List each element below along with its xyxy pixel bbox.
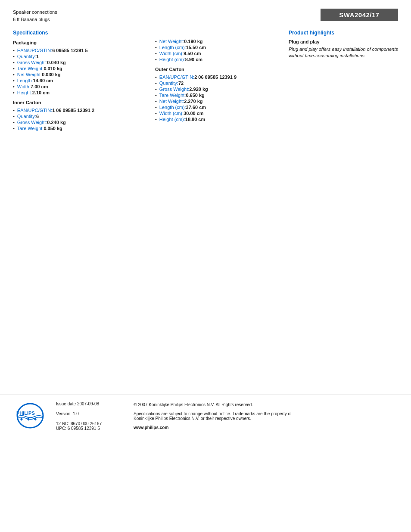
- outer-carton-title: Outer Carton: [155, 67, 280, 72]
- highlight-desc: Plug and play offers easy installation o…: [289, 46, 398, 59]
- packaging-title: Packaging: [13, 40, 146, 45]
- spec-label: EAN/UPC/GTIN:: [159, 75, 194, 80]
- upc-label: UPC: 6 09585 12391 5: [56, 426, 125, 431]
- product-highlights-title: Product highlights: [289, 30, 398, 36]
- spec-value: 2.10 cm: [32, 90, 50, 95]
- philips-logo: PHILIPS ✦ ✦ ✦: [13, 403, 47, 429]
- spec-value: 1: [36, 54, 39, 59]
- copyright-text: © 2007 Koninklijke Philips Electronics N…: [134, 402, 297, 407]
- spec-value: 15.50 cm: [186, 45, 206, 50]
- spec-label: Length (cm):: [159, 45, 186, 50]
- spec-label: EAN/UPC/GTIN:: [17, 48, 52, 53]
- spec-value: 0.240 kg: [47, 120, 65, 125]
- highlight-title: Plug and play: [289, 39, 398, 44]
- spec-value: 72: [178, 81, 184, 86]
- spec-label: Length:: [17, 78, 33, 83]
- list-item: Height (cm): 8.90 cm: [155, 56, 280, 62]
- spec-label: Quantity:: [17, 54, 36, 59]
- list-item: Net Weight: 0.190 kg: [155, 38, 280, 44]
- version: Version: 1.0: [56, 411, 125, 416]
- spec-value: 2.270 kg: [184, 99, 202, 104]
- spec-label: EAN/UPC/GTIN:: [17, 108, 52, 113]
- spec-label: Net Weight:: [17, 72, 42, 77]
- list-item: Length: 14.60 cm: [13, 78, 146, 84]
- list-item: Gross Weight: 0.240 kg: [13, 119, 146, 125]
- list-item: EAN/UPC/GTIN: 1 06 09585 12391 2: [13, 107, 146, 113]
- spec-value: 0.040 kg: [47, 60, 65, 65]
- banana-plugs-label: 6 ft Banana plugs: [13, 16, 57, 23]
- list-item: Gross Weight: 0.040 kg: [13, 59, 146, 65]
- list-item: Height: 2.10 cm: [13, 90, 146, 96]
- spec-label: Width (cm):: [159, 51, 184, 56]
- inner-carton-list: EAN/UPC/GTIN: 1 06 09585 12391 2Quantity…: [13, 107, 146, 131]
- list-item: Gross Weight: 2.920 kg: [155, 86, 280, 92]
- spec-label: Gross Weight:: [17, 120, 47, 125]
- list-item: EAN/UPC/GTIN: 2 06 09585 12391 9: [155, 74, 280, 80]
- list-item: Width (cm): 9.50 cm: [155, 50, 280, 56]
- list-item: Quantity: 1: [13, 53, 146, 59]
- list-item: Length (cm): 37.60 cm: [155, 104, 280, 110]
- list-item: Tare Weight: 0.650 kg: [155, 92, 280, 98]
- list-item: Net Weight: 2.270 kg: [155, 98, 280, 104]
- spec-label: Width:: [17, 84, 31, 89]
- spec-label: Quantity:: [159, 81, 178, 86]
- spec-value: 2 06 09585 12391 9: [194, 75, 237, 80]
- svg-text:PHILIPS: PHILIPS: [16, 411, 35, 416]
- list-item: Width (cm): 30.00 cm: [155, 110, 280, 116]
- mid-packaging-list: Net Weight: 0.190 kgLength (cm): 15.50 c…: [155, 38, 280, 62]
- spec-value: 8.90 cm: [185, 57, 202, 62]
- disclaimer-text: Specifications are subject to change wit…: [134, 411, 297, 421]
- spec-value: 6 09585 12391 5: [52, 48, 88, 53]
- spec-value: 0.030 kg: [42, 72, 60, 77]
- spec-label: Tare Weight:: [17, 66, 44, 71]
- spec-label: Length (cm):: [159, 105, 186, 110]
- spec-value: 14.60 cm: [33, 78, 53, 83]
- inner-carton-title: Inner Carton: [13, 100, 146, 105]
- product-id: SWA2042/17: [321, 9, 398, 21]
- spec-value: 9.50 cm: [184, 51, 201, 56]
- list-item: Quantity: 72: [155, 80, 280, 86]
- nc-label: 12 NC: 8670 000 26187: [56, 421, 125, 426]
- spec-label: Tare Weight:: [159, 93, 186, 98]
- spec-value: 6: [36, 114, 39, 119]
- website-link[interactable]: www.philips.com: [134, 425, 297, 430]
- spec-label: Quantity:: [17, 114, 36, 119]
- svg-text:✦: ✦: [19, 416, 24, 423]
- spec-label: Height (cm):: [159, 57, 185, 62]
- spec-value: 0.650 kg: [186, 93, 204, 98]
- list-item: Quantity: 6: [13, 113, 146, 119]
- list-item: Tare Weight: 0.050 kg: [13, 125, 146, 131]
- spec-label: Height:: [17, 90, 32, 95]
- spec-value: 0.190 kg: [184, 39, 202, 44]
- list-item: Length (cm): 15.50 cm: [155, 44, 280, 50]
- highlights-container: Plug and playPlug and play offers easy i…: [289, 39, 398, 59]
- spec-value: 0.050 kg: [44, 126, 62, 131]
- speaker-connections-label: Speaker connections: [13, 9, 57, 16]
- list-item: Net Weight: 0.030 kg: [13, 72, 146, 78]
- spec-value: 0.010 kg: [44, 66, 62, 71]
- list-item: Width: 7.00 cm: [13, 84, 146, 90]
- list-item: Height (cm): 18.80 cm: [155, 116, 280, 122]
- spec-label: Gross Weight:: [159, 87, 190, 92]
- outer-carton-list: EAN/UPC/GTIN: 2 06 09585 12391 9Quantity…: [155, 74, 280, 122]
- spec-value: 7.00 cm: [31, 84, 48, 89]
- spec-label: Width (cm):: [159, 111, 184, 116]
- spec-value: 2.920 kg: [189, 87, 208, 92]
- spec-label: Tare Weight:: [17, 126, 44, 131]
- spec-value: 37.60 cm: [186, 105, 206, 110]
- packaging-list: EAN/UPC/GTIN: 6 09585 12391 5Quantity: 1…: [13, 47, 146, 96]
- list-item: EAN/UPC/GTIN: 6 09585 12391 5: [13, 47, 146, 53]
- spec-label: Net Weight:: [159, 39, 184, 44]
- spec-value: 1 06 09585 12391 2: [52, 108, 94, 113]
- spec-label: Net Weight:: [159, 99, 184, 104]
- issue-date: Issue date 2007-09-08: [56, 401, 125, 406]
- spec-label: Gross Weight:: [17, 60, 47, 65]
- spec-label: Height (cm):: [159, 117, 185, 122]
- spec-value: 30.00 cm: [184, 111, 203, 116]
- specifications-title: Specifications: [13, 30, 146, 36]
- spec-value: 18.80 cm: [185, 117, 205, 122]
- list-item: Tare Weight: 0.010 kg: [13, 65, 146, 72]
- footer: PHILIPS ✦ ✦ ✦ Issue date 2007-09-08 Vers…: [0, 395, 411, 437]
